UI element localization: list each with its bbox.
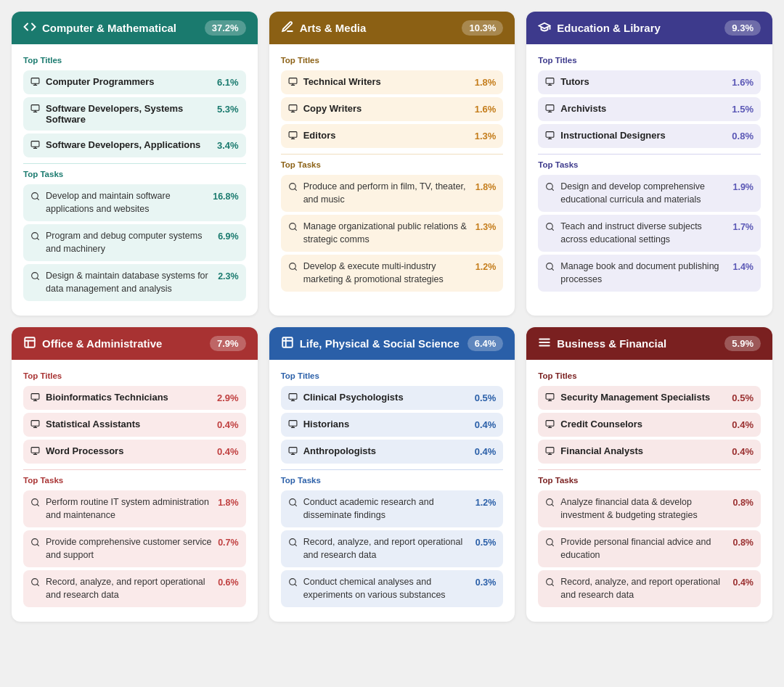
card-header-office-administrative: Office & Administrative 7.9%	[12, 327, 258, 360]
title-row-arts-media-2[interactable]: Editors 1.3%	[281, 124, 504, 148]
card-header-computer-mathematical: Computer & Mathematical 37.2%	[12, 12, 258, 44]
title-row-education-library-2[interactable]: Instructional Designers 0.8%	[538, 124, 761, 148]
task-row-computer-mathematical-1[interactable]: Program and debug computer systems and m…	[23, 224, 246, 261]
title-pct-office-administrative-2: 0.4%	[217, 446, 239, 457]
title-pct-arts-media-0: 1.8%	[475, 77, 497, 88]
task-icon-education-library-1	[545, 222, 555, 235]
title-text-office-administrative-0: Bioinformatics Technicians	[46, 392, 168, 403]
task-pct-education-library-2: 1.4%	[732, 262, 754, 272]
svg-rect-15	[289, 78, 297, 84]
task-row-business-financial-0[interactable]: Analyze financial data & develop investm…	[538, 490, 761, 527]
task-label-computer-mathematical-2: Design & maintain database systems for d…	[30, 270, 212, 295]
task-pct-business-financial-1: 0.8%	[732, 538, 754, 548]
title-row-education-library-0[interactable]: Tutors 1.6%	[538, 70, 761, 94]
task-label-office-administrative-0: Perform routine IT system administration…	[30, 496, 212, 522]
svg-line-73	[295, 504, 296, 506]
task-label-education-library-0: Design and develop comprehensive educati…	[545, 181, 727, 206]
title-row-business-financial-0[interactable]: Security Management Specialists 0.5%	[538, 386, 761, 410]
title-icon-business-financial-2	[545, 446, 555, 458]
task-pct-life-science-0: 1.2%	[475, 498, 497, 508]
task-row-computer-mathematical-0[interactable]: Develop and maintain software applicatio…	[23, 184, 246, 221]
card-title-education-library: Education & Library	[538, 20, 661, 36]
task-row-education-library-1[interactable]: Teach and instruct diverse subjects acro…	[538, 215, 761, 252]
svg-rect-6	[31, 141, 39, 147]
task-row-office-administrative-2[interactable]: Record, analyze, and report operational …	[23, 570, 246, 607]
title-row-business-financial-1[interactable]: Credit Counselors 0.4%	[538, 413, 761, 437]
task-row-life-science-1[interactable]: Record, analyze, and report operational …	[281, 530, 504, 567]
title-pct-life-science-2: 0.4%	[475, 446, 497, 457]
title-icon-computer-mathematical-0	[30, 77, 40, 89]
title-text-business-financial-0: Security Management Specialists	[560, 392, 710, 403]
svg-line-44	[552, 268, 553, 270]
svg-rect-21	[289, 132, 297, 138]
title-icon-business-financial-1	[545, 419, 555, 431]
task-icon-education-library-2	[545, 262, 555, 275]
task-label-arts-media-2: Develop & execute multi-industry marketi…	[288, 260, 470, 286]
title-row-education-library-1[interactable]: Archivists 1.5%	[538, 97, 761, 121]
card-badge-business-financial: 5.9%	[724, 336, 761, 351]
card-icon-office-administrative	[23, 336, 36, 351]
task-row-business-financial-1[interactable]: Provide personal financial advice and ed…	[538, 530, 761, 567]
title-label-life-science-1: Historians	[288, 419, 469, 431]
task-icon-business-financial-2	[545, 577, 555, 591]
task-row-life-science-2[interactable]: Conduct chemical analyses and experiment…	[281, 570, 504, 607]
task-icon-arts-media-2	[288, 262, 298, 275]
card-icon-business-financial	[538, 336, 551, 351]
title-row-arts-media-0[interactable]: Technical Writers 1.8%	[281, 70, 504, 94]
title-pct-computer-mathematical-2: 3.4%	[217, 140, 239, 151]
title-row-arts-media-1[interactable]: Copy Writers 1.6%	[281, 97, 504, 121]
title-row-business-financial-2[interactable]: Financial Analysts 0.4%	[538, 440, 761, 464]
svg-rect-54	[31, 448, 39, 453]
task-row-arts-media-1[interactable]: Manage organizational public relations &…	[281, 215, 504, 252]
card-badge-education-library: 9.3%	[724, 20, 761, 36]
title-pct-life-science-1: 0.4%	[475, 419, 497, 430]
card-title-text-computer-mathematical: Computer & Mathematical	[42, 22, 176, 34]
task-row-business-financial-2[interactable]: Record, analyze, and report operational …	[538, 570, 761, 607]
title-row-computer-mathematical-1[interactable]: Software Developers, Systems Software 5.…	[23, 97, 246, 131]
task-text-arts-media-0: Produce and perform in film, TV, theater…	[303, 181, 470, 206]
task-text-computer-mathematical-2: Design & maintain database systems for d…	[46, 270, 212, 295]
title-row-life-science-2[interactable]: Anthropologists 0.4%	[281, 440, 504, 464]
title-icon-office-administrative-0	[30, 392, 40, 404]
task-row-life-science-0[interactable]: Conduct academic research and disseminat…	[281, 490, 504, 527]
task-text-office-administrative-2: Record, analyze, and report operational …	[46, 576, 212, 601]
task-row-office-administrative-1[interactable]: Provide comprehensive customer service a…	[23, 530, 246, 567]
task-pct-office-administrative-1: 0.7%	[218, 538, 239, 548]
card-header-life-science: Life, Physical & Social Science 6.4%	[269, 327, 515, 360]
task-row-arts-media-0[interactable]: Produce and perform in film, TV, theater…	[281, 175, 504, 212]
title-pct-computer-mathematical-1: 5.3%	[217, 104, 239, 115]
title-row-office-administrative-0[interactable]: Bioinformatics Technicians 2.9%	[23, 386, 246, 410]
task-row-arts-media-2[interactable]: Develop & execute multi-industry marketi…	[281, 255, 504, 292]
task-row-education-library-0[interactable]: Design and develop comprehensive educati…	[538, 175, 761, 212]
task-row-office-administrative-0[interactable]: Perform routine IT system administration…	[23, 490, 246, 527]
title-row-life-science-0[interactable]: Clinical Psychologists 0.5%	[281, 386, 504, 410]
svg-rect-48	[31, 394, 39, 400]
title-row-computer-mathematical-0[interactable]: Computer Programmers 6.1%	[23, 70, 246, 94]
title-row-office-administrative-2[interactable]: Word Processors 0.4%	[23, 440, 246, 464]
svg-rect-33	[546, 105, 554, 111]
top-titles-label-arts-media: Top Titles	[281, 56, 504, 65]
title-label-computer-mathematical-2: Software Developers, Applications	[30, 139, 211, 152]
title-row-life-science-1[interactable]: Historians 0.4%	[281, 413, 504, 437]
title-text-business-financial-1: Credit Counselors	[560, 419, 642, 429]
title-row-computer-mathematical-2[interactable]: Software Developers, Applications 3.4%	[23, 133, 246, 157]
title-pct-business-financial-1: 0.4%	[732, 419, 754, 430]
title-label-arts-media-0: Technical Writers	[288, 76, 469, 89]
task-pct-business-financial-0: 0.8%	[732, 498, 754, 508]
svg-line-75	[295, 544, 296, 546]
title-text-arts-media-1: Copy Writers	[303, 103, 362, 114]
top-tasks-label-computer-mathematical: Top Tasks	[23, 170, 246, 178]
title-pct-office-administrative-1: 0.4%	[217, 419, 239, 430]
card-icon-arts-media	[281, 20, 294, 36]
task-row-education-library-2[interactable]: Manage book and document publishing proc…	[538, 255, 761, 292]
svg-rect-51	[31, 421, 39, 427]
task-pct-arts-media-2: 1.2%	[475, 262, 497, 272]
task-row-computer-mathematical-2[interactable]: Design & maintain database systems for d…	[23, 264, 246, 301]
task-icon-arts-media-1	[288, 222, 298, 235]
svg-rect-18	[289, 105, 297, 111]
card-body-education-library: Top Titles Tutors 1.6% Archivists 1.5%	[526, 44, 772, 306]
title-row-office-administrative-1[interactable]: Statistical Assistants 0.4%	[23, 413, 246, 437]
top-tasks-label-life-science: Top Tasks	[281, 476, 504, 485]
svg-rect-0	[31, 78, 39, 84]
title-icon-education-library-2	[545, 131, 555, 142]
